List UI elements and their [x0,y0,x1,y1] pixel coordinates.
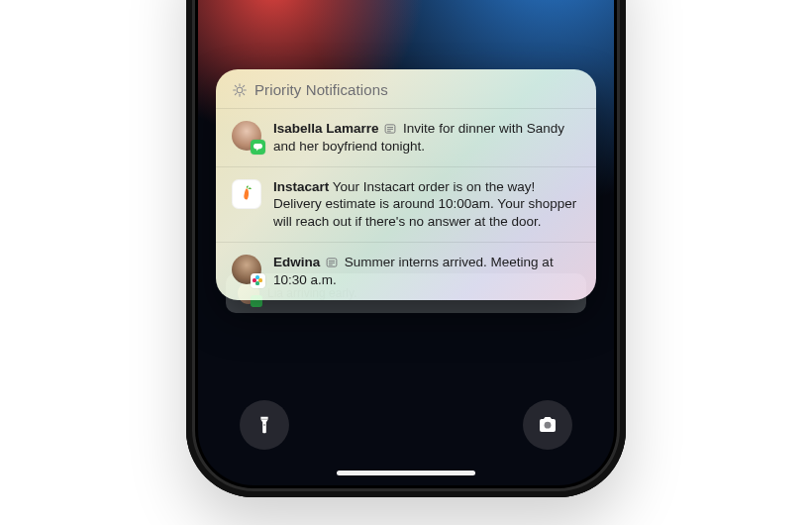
sender-name: Instacart [273,179,329,194]
lock-screen-dock [198,400,614,450]
svg-point-0 [237,87,243,93]
notification-content: Instacart Your Instacart order is on the… [273,178,580,231]
sender-name: Isabella Lamarre [273,121,379,136]
notification-row[interactable]: Isabella Lamarre Invite for dinner with … [216,108,596,166]
card-title: Priority Notifications [254,81,388,98]
svg-line-6 [243,93,244,94]
summary-icon [384,123,396,135]
iphone-frame: Lia arriving early. [186,0,626,497]
svg-line-7 [235,93,236,94]
notification-row[interactable]: Edwina Summer interns arrived. Meeting a… [216,242,596,300]
notification-content: Isabella Lamarre Invite for dinner with … [273,120,580,156]
avatar [232,121,261,151]
slack-app-icon [251,273,265,288]
flashlight-button[interactable] [240,400,289,450]
priority-notifications-card[interactable]: Priority Notifications Isabella Lamarre … [216,69,596,300]
flashlight-icon [254,414,275,436]
svg-point-18 [263,424,265,426]
notification-content: Edwina Summer interns arrived. Meeting a… [273,254,580,289]
avatar [232,255,261,284]
camera-button[interactable] [523,400,572,450]
svg-point-19 [545,422,552,429]
summary-icon [326,257,338,268]
sender-name: Edwina [273,255,320,269]
home-indicator[interactable] [337,471,475,475]
notification-row[interactable]: Instacart Your Instacart order is on the… [216,166,596,242]
camera-icon [536,413,559,437]
messages-app-icon [251,140,265,155]
svg-line-8 [243,85,244,86]
card-header: Priority Notifications [216,69,596,108]
instacart-app-icon [232,179,261,209]
lock-screen: Lia arriving early. [198,0,614,485]
svg-line-5 [235,85,236,86]
sparkle-gear-icon [232,82,248,98]
svg-rect-17 [260,419,267,420]
